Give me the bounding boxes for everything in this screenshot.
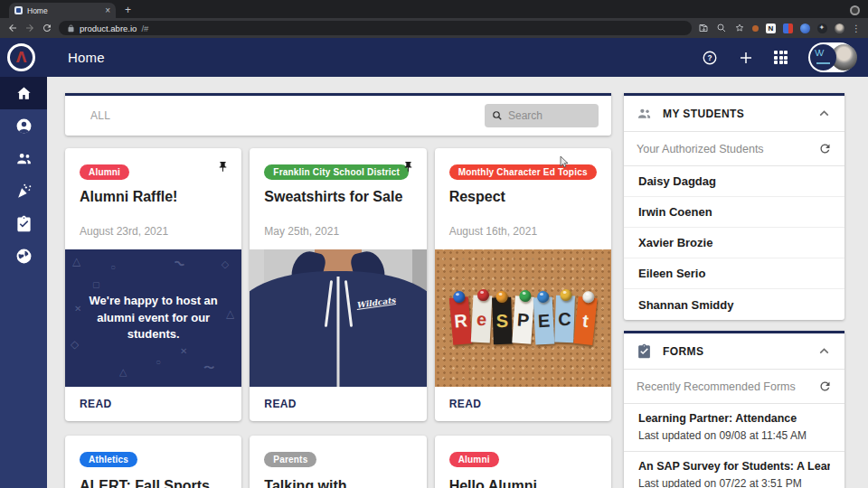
refresh-icon[interactable] <box>818 142 832 155</box>
new-tab-button[interactable]: + <box>125 5 131 15</box>
nav-plans[interactable] <box>0 239 47 272</box>
lock-icon <box>67 24 75 33</box>
screen: Home × + product.abre.io/# N ⋮ Λ Hom <box>0 0 868 488</box>
post-title: Respect <box>449 189 597 205</box>
student-row[interactable]: Irwin Coenen <box>624 197 844 228</box>
category-badge: Athletics <box>80 452 137 467</box>
pin-icon <box>217 161 229 173</box>
post-card-alumni-raffle[interactable]: Alumni Alumni Raffle! August 23rd, 2021 … <box>65 148 241 421</box>
nav-home[interactable] <box>0 77 47 109</box>
reload-icon[interactable] <box>42 23 52 33</box>
nav-awards[interactable] <box>0 174 47 207</box>
help-icon[interactable]: ? <box>702 50 718 66</box>
browser-profile-avatar[interactable] <box>835 23 844 33</box>
nav-people[interactable] <box>0 142 47 174</box>
letter-tile: S <box>492 297 513 345</box>
post-title: Hello Alumni <box>449 476 597 488</box>
clipboard-check-icon <box>637 343 652 359</box>
letter-tile: t <box>573 296 597 345</box>
read-button[interactable]: READ <box>250 387 426 421</box>
address-bar[interactable]: product.abre.io/# <box>59 21 692 35</box>
globe-icon <box>15 248 33 265</box>
extension-star-icon[interactable] <box>817 23 827 33</box>
student-row[interactable]: Shannan Smiddy <box>624 289 844 320</box>
category-badge: Parents <box>264 452 316 467</box>
extension-flag-icon[interactable] <box>783 23 793 33</box>
post-card-respect[interactable]: Monthly Character Ed Topics Respect Augu… <box>435 148 611 421</box>
back-icon[interactable] <box>7 23 18 33</box>
post-card-mental-wellness[interactable]: Parents Talking with Teenager about Ment… <box>250 436 426 488</box>
refresh-icon[interactable] <box>818 380 832 393</box>
post-date: August 23rd, 2021 <box>80 225 227 238</box>
my-students-header[interactable]: MY STUDENTS <box>624 96 844 132</box>
add-icon[interactable] <box>738 50 754 66</box>
app-header: Λ Home ? <box>0 38 868 77</box>
nav-account[interactable] <box>0 109 47 142</box>
read-button[interactable]: READ <box>65 387 241 421</box>
banner-text: We're happy to host an alumni event for … <box>65 293 241 344</box>
browser-tab-bar: Home × + <box>0 0 868 18</box>
category-badge: Monthly Character Ed Topics <box>449 164 597 180</box>
url-path: /# <box>141 23 148 33</box>
form-row[interactable]: Learning Partner: Attendance Last update… <box>624 404 844 452</box>
account-icon <box>15 117 33 135</box>
url-host: product.abre.io <box>80 23 137 33</box>
letter-tile: P <box>512 296 534 343</box>
letter-tile: C <box>554 296 575 343</box>
zoom-icon[interactable] <box>716 23 727 33</box>
filter-select[interactable]: ALL <box>90 109 485 122</box>
post-image-respect-corkboard: R e S P E C t <box>435 249 611 387</box>
apps-grid-icon[interactable] <box>774 51 788 64</box>
tab-favicon-icon <box>14 6 23 14</box>
form-row[interactable]: An SAP Survey for Students: A Learning .… <box>624 452 844 488</box>
student-row[interactable]: Xavier Brozie <box>624 228 844 258</box>
post-title: Alumni Raffle! <box>80 189 227 205</box>
people-icon <box>637 106 652 121</box>
page-title: Home <box>68 50 105 65</box>
save-page-icon[interactable] <box>698 23 709 33</box>
extension-globe-icon[interactable] <box>800 23 810 33</box>
forms-header[interactable]: FORMS <box>624 333 844 370</box>
extension-notion-icon[interactable]: N <box>766 23 776 33</box>
post-title: ALERT: Fall Sports <box>80 476 227 488</box>
read-button[interactable]: READ <box>435 387 611 421</box>
student-row[interactable]: Eileen Serio <box>624 258 844 289</box>
tab-close-icon[interactable]: × <box>105 6 110 15</box>
browser-toolbar: product.abre.io/# N ⋮ <box>0 18 868 38</box>
nav-forms[interactable] <box>0 207 47 239</box>
people-icon <box>15 150 33 167</box>
browser-tab[interactable]: Home × <box>9 3 116 18</box>
post-card-fall-sports[interactable]: Athletics ALERT: Fall Sports <box>65 436 241 488</box>
post-date: August 16th, 2021 <box>449 225 597 238</box>
filter-bar: ALL <box>65 93 611 136</box>
chevron-up-icon[interactable] <box>816 106 832 121</box>
chevron-up-icon[interactable] <box>816 343 832 359</box>
forward-icon[interactable] <box>24 23 35 33</box>
letter-tile: E <box>533 296 554 344</box>
category-badge: Alumni <box>80 164 129 180</box>
extension-orange-icon[interactable] <box>752 25 759 32</box>
post-image-hoodie: Wildcats <box>250 249 426 387</box>
pin-icon <box>402 161 414 173</box>
student-row[interactable]: Daisy Dagdag <box>624 166 844 197</box>
tab-title: Home <box>27 6 100 15</box>
feed-area: ALL Alumni Alumni Raffle! August 23rd, 2… <box>47 77 624 488</box>
mouse-cursor <box>560 155 568 168</box>
post-title: Talking with Teenager about Mental Welln… <box>264 476 411 488</box>
category-badge: Franklin City School District <box>264 164 409 180</box>
nav-rail <box>0 77 47 488</box>
post-date: May 25th, 2021 <box>264 225 411 238</box>
search-input[interactable] <box>508 109 580 122</box>
post-title: Sweatshirts for Sale <box>264 189 411 205</box>
post-card-hello-alumni[interactable]: Alumni Hello Alumni <box>435 436 611 488</box>
right-rail: MY STUDENTS Your Authorized Students Dai… <box>624 77 868 488</box>
post-grid: Alumni Alumni Raffle! August 23rd, 2021 … <box>65 148 611 488</box>
account-switcher[interactable] <box>808 42 855 72</box>
bookmark-star-icon[interactable] <box>734 23 745 33</box>
abre-logo-icon[interactable]: Λ <box>7 43 35 71</box>
post-card-sweatshirts[interactable]: Franklin City School District Sweatshirt… <box>250 148 426 421</box>
browser-menu-icon[interactable]: ⋮ <box>852 23 861 33</box>
search-box[interactable] <box>485 104 599 127</box>
svg-text:?: ? <box>707 54 712 62</box>
widget-subtitle: Your Authorized Students <box>637 143 818 155</box>
